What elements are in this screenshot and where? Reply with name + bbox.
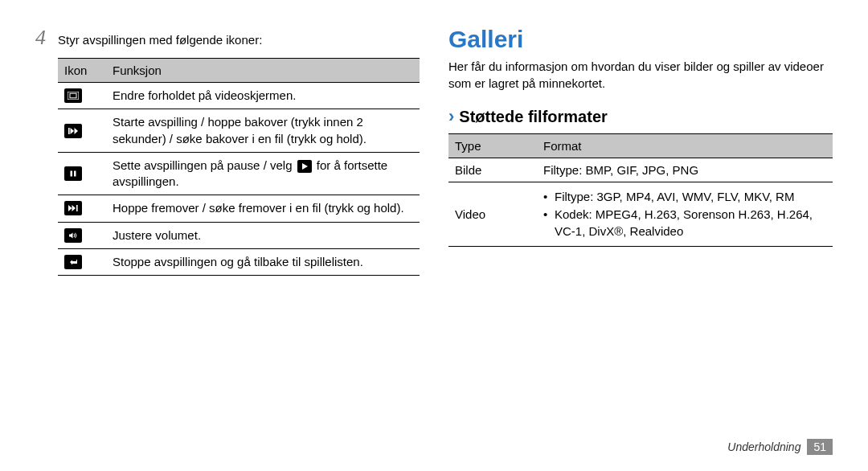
svg-rect-1 <box>70 93 76 98</box>
type-cell: Video <box>448 182 537 247</box>
svg-marker-3 <box>71 128 75 134</box>
right-column: Galleri Her får du informasjon om hvorda… <box>448 26 833 276</box>
svg-marker-9 <box>72 205 76 211</box>
col-header-icon: Ikon <box>58 59 106 83</box>
section-title: Galleri <box>448 26 833 53</box>
format-cell: Filtype: BMP, GIF, JPG, PNG <box>537 158 833 182</box>
svg-rect-0 <box>68 92 79 100</box>
svg-marker-4 <box>75 128 79 134</box>
file-format-table: Type Format Bilde Filtype: BMP, GIF, JPG… <box>448 133 833 247</box>
type-cell: Bilde <box>448 158 537 182</box>
left-column: 4 Styr avspillingen med følgende ikoner:… <box>35 26 420 276</box>
page-footer: Underholdning 51 <box>727 439 833 455</box>
func-text-pre: Sette avspillingen på pause / velg <box>113 158 296 172</box>
svg-rect-5 <box>71 171 73 177</box>
svg-rect-10 <box>76 205 78 211</box>
func-text: Endre forholdet på videoskjermen. <box>106 83 420 109</box>
list-item: Kodek: MPEG4, H.263, Sorenson H.263, H.2… <box>543 207 826 240</box>
svg-marker-8 <box>68 205 72 211</box>
col-header-func: Funksjon <box>106 59 420 83</box>
svg-rect-2 <box>68 128 70 134</box>
next-icon <box>64 201 82 215</box>
table-row: Justere volumet. <box>58 222 420 248</box>
list-item: Filtype: 3GP, MP4, AVI, WMV, FLV, MKV, R… <box>543 189 826 205</box>
step-number: 4 <box>35 26 58 50</box>
step-instruction: Styr avspillingen med følgende ikoner: <box>58 31 262 48</box>
table-row: Video Filtype: 3GP, MP4, AVI, WMV, FLV, … <box>448 182 833 247</box>
prev-icon <box>64 124 82 138</box>
svg-marker-11 <box>69 232 73 238</box>
chevron-icon: › <box>448 106 454 127</box>
back-icon <box>64 255 82 269</box>
table-row: Starte avspilling / hoppe bakover (trykk… <box>58 109 420 153</box>
func-text: Hoppe fremover / søke fremover i en fil … <box>106 195 420 222</box>
subsection-title: Støttede filformater <box>459 108 607 126</box>
func-text: Stoppe avspillingen og gå tilbake til sp… <box>106 248 420 275</box>
func-text: Sette avspillingen på pause / velg for å… <box>106 152 420 195</box>
col-header-format: Format <box>537 134 833 158</box>
step-row: 4 Styr avspillingen med følgende ikoner: <box>35 26 420 50</box>
subsection-heading: › Støttede filformater <box>448 106 833 127</box>
format-cell: Filtype: 3GP, MP4, AVI, WMV, FLV, MKV, R… <box>537 182 833 247</box>
table-row: Sette avspillingen på pause / velg for å… <box>58 152 420 195</box>
pause-icon <box>64 166 82 181</box>
func-text: Justere volumet. <box>106 222 420 248</box>
section-description: Her får du informasjon om hvordan du vis… <box>448 58 833 92</box>
svg-rect-6 <box>74 171 76 177</box>
volume-icon <box>64 228 82 243</box>
aspect-icon <box>64 88 82 103</box>
table-row: Hoppe fremover / søke fremover i en fil … <box>58 195 420 222</box>
page-number: 51 <box>807 439 833 455</box>
playback-icon-table: Ikon Funksjon Endre forholdet på videosk… <box>58 58 420 276</box>
play-icon <box>297 160 312 173</box>
svg-marker-7 <box>302 163 308 170</box>
col-header-type: Type <box>448 134 537 158</box>
table-row: Stoppe avspillingen og gå tilbake til sp… <box>58 248 420 275</box>
func-text: Starte avspilling / hoppe bakover (trykk… <box>106 109 420 153</box>
table-row: Endre forholdet på videoskjermen. <box>58 83 420 109</box>
table-row: Bilde Filtype: BMP, GIF, JPG, PNG <box>448 158 833 182</box>
footer-section-label: Underholdning <box>727 440 800 453</box>
